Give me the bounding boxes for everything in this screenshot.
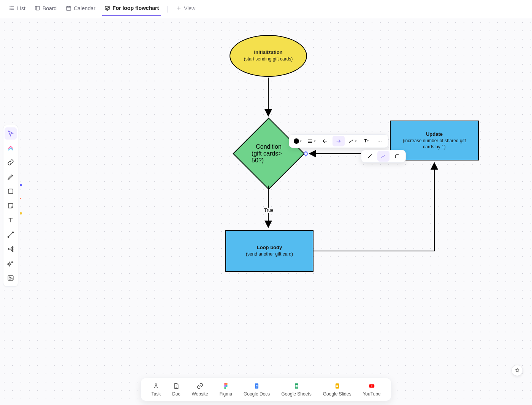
svg-point-21 bbox=[8, 249, 9, 250]
dock-google-sheets[interactable]: Google Sheets bbox=[281, 382, 311, 397]
tab-flowchart-label: For loop flowchart bbox=[112, 5, 159, 11]
view-tabs: List Board Calendar For loop flowchart V… bbox=[0, 0, 532, 18]
svg-rect-6 bbox=[35, 6, 40, 10]
tab-flowchart[interactable]: For loop flowchart bbox=[102, 3, 161, 16]
svg-rect-25 bbox=[8, 276, 13, 280]
dock-google-slides[interactable]: Google Slides bbox=[323, 382, 352, 397]
node-condition[interactable]: Condition (gift cards> 50?) bbox=[243, 128, 294, 179]
svg-point-48 bbox=[224, 385, 226, 387]
arrow-right-icon bbox=[336, 138, 342, 144]
dock-website[interactable]: Website bbox=[192, 382, 208, 397]
routing-elbow[interactable] bbox=[391, 151, 403, 162]
tool-sticky[interactable] bbox=[5, 200, 17, 212]
corner-icon bbox=[394, 153, 400, 159]
svg-point-39 bbox=[378, 141, 378, 141]
edge-routing-popover bbox=[361, 150, 406, 163]
dock-doc-label: Doc bbox=[172, 391, 180, 397]
google-slides-icon bbox=[334, 383, 340, 389]
s-curve-icon bbox=[348, 138, 354, 144]
dock-figma[interactable]: Figma bbox=[220, 382, 232, 397]
svg-point-22 bbox=[12, 246, 13, 248]
whiteboard-icon bbox=[104, 5, 110, 11]
svg-point-26 bbox=[9, 277, 10, 278]
calendar-icon bbox=[66, 5, 71, 11]
dock-google-docs-label: Google Docs bbox=[244, 391, 270, 397]
tool-clickup[interactable] bbox=[5, 142, 17, 154]
svg-rect-54 bbox=[256, 387, 257, 387]
whiteboard-canvas[interactable]: Initialization (start sending gift cards… bbox=[0, 18, 532, 405]
dock-task[interactable]: Task bbox=[151, 382, 161, 397]
node-loop-body[interactable]: Loop body (send another gift card) bbox=[225, 230, 314, 272]
node-loop-sub: (send another gift card) bbox=[246, 251, 293, 257]
pen-icon bbox=[7, 173, 14, 180]
bottom-dock: Task Doc Website Figma Google Docs Googl… bbox=[140, 378, 391, 401]
tool-select[interactable] bbox=[5, 127, 17, 140]
tab-calendar-label: Calendar bbox=[74, 5, 95, 11]
edge-routing-button[interactable]: ▾ bbox=[346, 136, 358, 146]
tab-board-label: Board bbox=[43, 5, 57, 11]
link-icon bbox=[7, 159, 14, 166]
line-diagonal-icon bbox=[367, 153, 373, 159]
svg-rect-60 bbox=[336, 386, 338, 387]
dock-google-docs[interactable]: Google Docs bbox=[244, 382, 270, 397]
tool-text[interactable] bbox=[5, 214, 17, 226]
filled-circle-icon bbox=[294, 138, 299, 144]
board-icon bbox=[35, 5, 40, 11]
color-dot-orange bbox=[20, 198, 21, 199]
edge-arrow-end-button[interactable] bbox=[332, 136, 345, 146]
svg-point-5 bbox=[10, 10, 10, 10]
chevron-down-icon: ▾ bbox=[300, 139, 302, 143]
tab-add-view[interactable]: View bbox=[174, 3, 198, 15]
tab-board[interactable]: Board bbox=[32, 3, 59, 15]
edge-color-button[interactable]: ▾ bbox=[291, 136, 304, 146]
text-icon bbox=[7, 217, 14, 224]
youtube-icon bbox=[368, 383, 375, 389]
mindmap-icon bbox=[7, 246, 14, 253]
node-condition-sub: (gift cards> 50?) bbox=[252, 150, 286, 164]
routing-straight[interactable] bbox=[364, 151, 376, 162]
list-icon bbox=[9, 5, 15, 11]
svg-point-50 bbox=[224, 387, 226, 389]
left-toolbar bbox=[3, 125, 18, 287]
dock-doc[interactable]: Doc bbox=[172, 382, 180, 397]
dock-youtube[interactable]: YouTube bbox=[363, 382, 380, 397]
routing-curved[interactable] bbox=[377, 151, 390, 162]
tool-link[interactable] bbox=[5, 156, 17, 168]
doc-icon bbox=[173, 383, 180, 389]
chevron-down-icon: ▾ bbox=[314, 139, 316, 143]
edge-label-true[interactable]: True bbox=[263, 208, 275, 213]
text-add-icon bbox=[363, 138, 369, 144]
connection-handle[interactable] bbox=[303, 151, 309, 156]
pin-button[interactable] bbox=[511, 365, 523, 376]
node-update-title: Update bbox=[426, 131, 443, 137]
more-icon bbox=[377, 138, 383, 144]
node-initialization-sub: (start sending gift cards) bbox=[244, 56, 293, 62]
dock-youtube-label: YouTube bbox=[363, 391, 380, 397]
tool-shape[interactable] bbox=[5, 185, 17, 197]
tool-image[interactable] bbox=[5, 272, 17, 284]
tab-calendar[interactable]: Calendar bbox=[63, 3, 98, 15]
svg-rect-16 bbox=[8, 189, 13, 194]
arrow-left-icon bbox=[322, 138, 328, 144]
node-initialization[interactable]: Initialization (start sending gift cards… bbox=[230, 35, 307, 77]
tool-connector[interactable] bbox=[5, 229, 17, 241]
tool-pen[interactable] bbox=[5, 171, 17, 183]
svg-point-4 bbox=[10, 8, 10, 8]
edge-text-button[interactable] bbox=[360, 136, 372, 146]
edge-more-button[interactable] bbox=[374, 136, 386, 146]
tool-ai[interactable] bbox=[5, 257, 17, 270]
edge-arrow-start-button[interactable] bbox=[319, 136, 331, 146]
edge-stroke-button[interactable]: ▾ bbox=[305, 136, 317, 146]
google-docs-icon bbox=[253, 383, 260, 389]
s-curve-icon bbox=[380, 153, 386, 159]
tab-list[interactable]: List bbox=[7, 3, 28, 15]
svg-point-47 bbox=[226, 383, 228, 385]
figma-icon bbox=[222, 383, 229, 389]
color-dot-blue bbox=[20, 184, 22, 186]
google-sheets-icon bbox=[293, 383, 300, 389]
edge-toolbar: ▾ ▾ ▾ bbox=[289, 134, 388, 148]
sticky-icon bbox=[7, 202, 14, 209]
dock-task-label: Task bbox=[151, 391, 161, 397]
tool-mindmap[interactable] bbox=[5, 243, 17, 255]
lines-icon bbox=[307, 138, 313, 144]
